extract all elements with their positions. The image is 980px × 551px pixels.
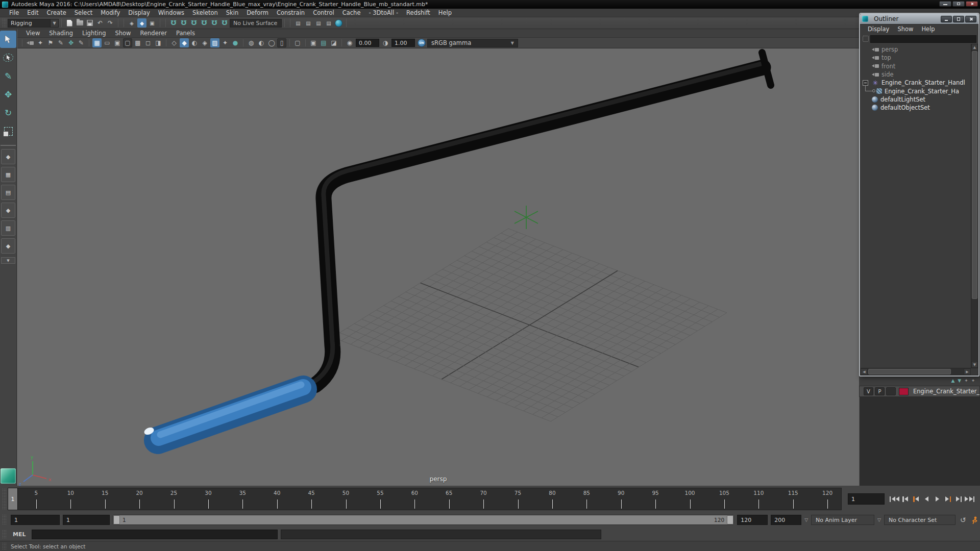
render-settings-button[interactable]: ▤ [324,18,333,28]
outliner-item-side[interactable]: side [861,70,971,79]
menu-item[interactable]: Skeleton [188,9,222,16]
outliner-item-defaultObjectSet[interactable]: defaultObjectSet [861,104,971,112]
menu-item[interactable]: Skin [222,9,242,16]
paint-select-tool-button[interactable]: ✎ [0,67,16,85]
bookmark-icon[interactable]: ⚑ [46,38,55,47]
chevron-down-icon[interactable]: ▽ [877,517,881,522]
menu-item[interactable]: - 3DtoAll - [364,9,402,16]
panel-menu-item[interactable]: Renderer [136,30,172,37]
select-hierarchy-mask-button[interactable]: ◈ [127,18,136,28]
panel-menu-item[interactable]: Shading [44,30,78,37]
select-camera-icon[interactable] [27,41,34,45]
scrollbar-thumb[interactable] [972,51,977,299]
collapse-minus-icon[interactable] [863,80,868,86]
step-back-key-button[interactable] [911,494,921,504]
color-management-toggle[interactable]: ON [418,39,426,47]
snap-to-point-button[interactable]: Ω [189,18,199,28]
select-object-mask-button[interactable]: ◆ [137,18,146,28]
playback-start-field[interactable]: 1 [63,515,110,525]
anim-layer-dropdown[interactable]: No Anim Layer [811,515,874,525]
snap-to-center-button[interactable]: Ω [200,18,209,28]
scrollbar-thumb[interactable] [868,369,951,374]
play-forwards-button[interactable] [933,494,942,504]
drag-handle[interactable] [2,488,7,510]
drag-handle[interactable] [2,514,7,525]
outliner-item-top[interactable]: top [861,54,971,62]
outliner-titlebar[interactable]: Outliner [860,14,978,24]
grid-toggle-button[interactable]: ▦ [92,38,102,47]
scroll-down-icon[interactable]: ▼ [971,361,978,368]
animation-end-field[interactable]: 200 [771,515,801,525]
select-tool-button[interactable] [0,31,16,48]
rotate-tool-button[interactable]: ↻ [0,104,16,121]
xray-button[interactable]: ◍ [247,38,256,47]
drag-handle[interactable] [2,18,7,28]
new-layer-icon[interactable]: ✦ [971,378,975,383]
layout-four-view-button[interactable]: ▦ [1,167,15,182]
scale-tool-button[interactable] [0,122,16,140]
lasso-tool-button[interactable] [0,49,16,66]
close-icon[interactable] [965,16,976,22]
textured-button[interactable]: ▨ [210,38,219,47]
paint-effects-icon[interactable] [1,468,16,484]
move-tool-button[interactable]: ✥ [0,86,16,103]
step-forward-key-button[interactable] [943,494,953,504]
maximize-icon[interactable] [952,1,965,7]
screen-space-button[interactable]: ◪ [329,38,338,47]
menu-item[interactable]: Modify [96,9,124,16]
gamma-field[interactable]: 1.00 [391,39,415,47]
move-layer-up-icon[interactable]: ▲ [951,378,954,383]
panel-menu-item[interactable]: Lighting [78,30,110,37]
menu-set-selector[interactable]: Rigging ▼ [8,19,59,28]
ipr-render-button[interactable]: ▤ [314,18,323,28]
play-backwards-button[interactable] [922,494,932,504]
playback-end-field[interactable]: 120 [737,515,768,525]
render-globe-icon[interactable] [335,19,342,27]
snap-to-grid-button[interactable]: Ω [169,18,178,28]
window-titlebar[interactable]: Autodesk Maya 2016: C:\Users\AMDA8\Deskt… [0,0,980,9]
panel-menu-item[interactable]: Show [111,30,136,37]
layout-persp-outliner-button[interactable]: ▤ [1,185,15,200]
pane-layout-button[interactable]: ▤ [319,38,328,47]
go-to-start-button[interactable] [890,494,899,504]
isolate-select-button[interactable]: ▢ [293,38,302,47]
current-frame-cell[interactable]: 1 [8,488,18,510]
menu-item[interactable]: Help [434,9,456,16]
panel-menu-item[interactable]: Panels [172,30,200,37]
move-layer-down-icon[interactable]: ▼ [958,378,961,383]
menu-item[interactable]: Select [70,9,96,16]
character-set-dropdown[interactable]: No Character Set [884,515,955,525]
menu-item[interactable]: Display [124,9,154,16]
auto-frame-icon[interactable]: ↺ [959,516,967,524]
maximize-icon[interactable] [953,16,964,22]
drag-handle[interactable] [2,542,7,550]
minimize-icon[interactable] [939,1,951,7]
step-back-frame-button[interactable] [900,494,910,504]
outliner-menu-item[interactable]: Help [917,26,939,33]
scroll-up-icon[interactable]: ▲ [971,44,978,51]
menu-item[interactable]: Redshift [402,9,434,16]
current-time-field[interactable]: 1 [848,493,885,505]
layer-color-swatch[interactable] [899,388,909,395]
selection-filter-icon[interactable] [863,36,869,42]
menu-item[interactable]: Cache [338,9,365,16]
layout-persp-graph-button[interactable]: ◆ [1,203,15,218]
live-surface-field[interactable]: No Live Surface [230,19,282,28]
camera-attributes-icon[interactable]: ✎ [56,38,65,47]
safe-title-button[interactable]: ◨ [154,38,163,47]
auto-keyframe-icon[interactable] [970,516,979,524]
command-input-field[interactable] [32,530,278,539]
flat-shade-button[interactable]: ◈ [200,38,209,47]
snap-to-curve-button[interactable]: Ω [179,18,188,28]
exposure-icon[interactable]: ◉ [345,38,354,47]
layout-persp-uv-button[interactable]: ◆ [1,238,15,254]
outliner-horizontal-scrollbar[interactable]: ◀ ▶ [861,368,978,375]
multi-pane-button[interactable]: ▣ [309,38,318,47]
range-start-handle[interactable] [113,515,120,524]
menu-item[interactable]: File [5,9,23,16]
scroll-left-icon[interactable]: ◀ [861,368,868,375]
field-chart-button[interactable]: ▩ [133,38,142,47]
view-transform-dropdown[interactable]: sRGB gamma ▼ [427,39,518,47]
image-plane-button[interactable]: ▯ [277,38,286,47]
menu-item[interactable]: Constrain [273,9,309,16]
